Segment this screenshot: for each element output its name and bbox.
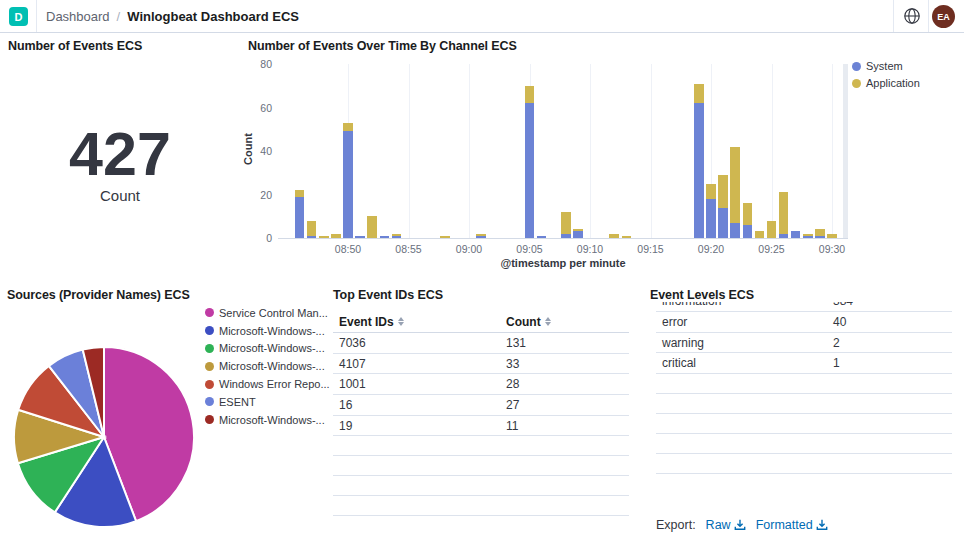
x-axis-line — [278, 238, 848, 239]
bar-segment-system[interactable] — [779, 234, 789, 238]
breadcrumb-separator: / — [117, 9, 121, 24]
pie-legend-item[interactable]: ESENT — [205, 393, 330, 411]
bar-segment-application[interactable] — [767, 221, 777, 238]
bar-segment-application[interactable] — [440, 236, 450, 238]
legend-label: System — [866, 60, 903, 72]
event-id-value: 28 — [506, 377, 519, 391]
sort-icon — [398, 317, 404, 326]
table-row: 100128 — [333, 374, 629, 395]
bar-segment-application[interactable] — [827, 234, 837, 238]
bar-segment-application[interactable] — [319, 236, 329, 238]
header-divider — [928, 0, 929, 32]
bar-segment-system[interactable] — [561, 234, 571, 238]
metric-label: Count — [0, 187, 240, 204]
bar-segment-system[interactable] — [537, 236, 547, 238]
partial-bucket-band — [843, 64, 848, 238]
x-axis-title: @timestamp per minute — [278, 257, 848, 269]
bar-segment-system[interactable] — [573, 231, 583, 238]
bar-segment-system[interactable] — [392, 236, 402, 238]
bar-segment-system[interactable] — [295, 197, 305, 238]
globe-icon[interactable] — [903, 7, 921, 25]
table-row: critical1 — [656, 353, 952, 374]
bar-segment-system[interactable] — [815, 236, 825, 238]
bar-segment-system[interactable] — [380, 236, 390, 238]
bar-segment-application[interactable] — [706, 184, 716, 199]
bar-segment-system[interactable] — [694, 103, 704, 238]
bar-segment-application[interactable] — [718, 175, 728, 208]
bar-segment-system[interactable] — [307, 236, 317, 238]
panel-title: Event Levels ECS — [650, 288, 754, 302]
pie-legend-item[interactable]: Microsoft-Windows-... — [205, 322, 330, 340]
table-empty-row — [656, 374, 952, 394]
pie-legend-item[interactable]: Microsoft-Windows-... — [205, 357, 330, 375]
event-id-value: 11 — [506, 419, 518, 433]
bar-segment-application[interactable] — [331, 234, 341, 238]
pie-legend-item[interactable]: Service Control Man... — [205, 304, 330, 322]
legend-item-system[interactable]: System — [852, 60, 920, 72]
column-header-event-ids[interactable]: Event IDs — [333, 315, 506, 329]
event-ids-table: Event IDsCount70361314107331001281627191… — [333, 311, 629, 516]
bar-segment-application[interactable] — [343, 123, 353, 132]
bar-segment-application[interactable] — [367, 216, 377, 238]
pie-legend-item[interactable]: Microsoft-Windows-... — [205, 340, 330, 358]
bar-segment-application[interactable] — [803, 234, 813, 236]
table-row: 1911 — [333, 416, 629, 437]
bar-segment-system[interactable] — [355, 236, 365, 238]
table-empty-row — [656, 454, 952, 474]
export-formatted-label: Formatted — [756, 518, 813, 532]
bar-segment-application[interactable] — [779, 192, 789, 233]
bar-segment-system[interactable] — [525, 103, 535, 238]
export-formatted-link[interactable]: Formatted — [756, 518, 828, 532]
sort-down-caret — [545, 322, 551, 326]
bar-segment-application[interactable] — [295, 190, 305, 197]
legend-label: Application — [866, 77, 920, 89]
export-raw-link[interactable]: Raw — [706, 518, 746, 532]
user-avatar[interactable]: EA — [932, 5, 955, 28]
table-row: error40 — [656, 312, 952, 333]
download-icon — [816, 519, 828, 531]
bar-segment-application[interactable] — [730, 147, 740, 223]
breadcrumb-dashboard[interactable]: Dashboard — [46, 9, 110, 24]
legend-color-dot — [205, 326, 214, 335]
bar-segment-application[interactable] — [694, 84, 704, 104]
bar-segment-application[interactable] — [392, 234, 402, 236]
bar-segment-system[interactable] — [791, 231, 801, 238]
bar-segment-system[interactable] — [743, 225, 753, 238]
bar-segment-application[interactable] — [525, 86, 535, 103]
column-header-count[interactable]: Count — [506, 315, 551, 329]
bar-segment-application[interactable] — [609, 234, 619, 238]
header-divider — [893, 0, 894, 32]
panel-title: Top Event IDs ECS — [333, 288, 443, 302]
bar-segment-application[interactable] — [755, 231, 765, 238]
bar-segment-application[interactable] — [476, 234, 486, 236]
bar-segment-system[interactable] — [803, 236, 813, 238]
bar-segment-system[interactable] — [718, 208, 728, 238]
legend-item-application[interactable]: Application — [852, 77, 920, 89]
gridline — [832, 64, 833, 238]
x-tick-label: 09:30 — [807, 243, 857, 255]
table-empty-row — [656, 434, 952, 454]
event-level-key: information — [656, 302, 833, 308]
bar-segment-application[interactable] — [573, 229, 583, 231]
x-tick-label: 08:55 — [384, 243, 434, 255]
event-level-value: 1 — [833, 356, 840, 370]
bar-segment-system[interactable] — [476, 236, 486, 238]
bar-segment-system[interactable] — [343, 131, 353, 238]
gridline — [590, 64, 591, 238]
table-empty-row — [333, 476, 629, 496]
breadcrumb-current: Winlogbeat Dashboard ECS — [127, 9, 299, 24]
bar-segment-application[interactable] — [561, 212, 571, 234]
bar-segment-application[interactable] — [307, 221, 317, 236]
event-levels-table: information384error40warning2critical1 — [656, 302, 952, 474]
bar-segment-system[interactable] — [730, 223, 740, 238]
bar-segment-application[interactable] — [743, 203, 753, 225]
sort-icon — [545, 317, 551, 326]
event-level-value: 384 — [833, 302, 853, 308]
bar-segment-application[interactable] — [815, 229, 825, 236]
gridline — [469, 64, 470, 238]
bar-segment-system[interactable] — [706, 199, 716, 238]
app-logo[interactable]: D — [9, 7, 28, 26]
pie-legend-item[interactable]: Windows Error Repo... — [205, 375, 330, 393]
pie-legend-item[interactable]: Microsoft-Windows-... — [205, 411, 330, 429]
bar-segment-application[interactable] — [622, 236, 632, 238]
